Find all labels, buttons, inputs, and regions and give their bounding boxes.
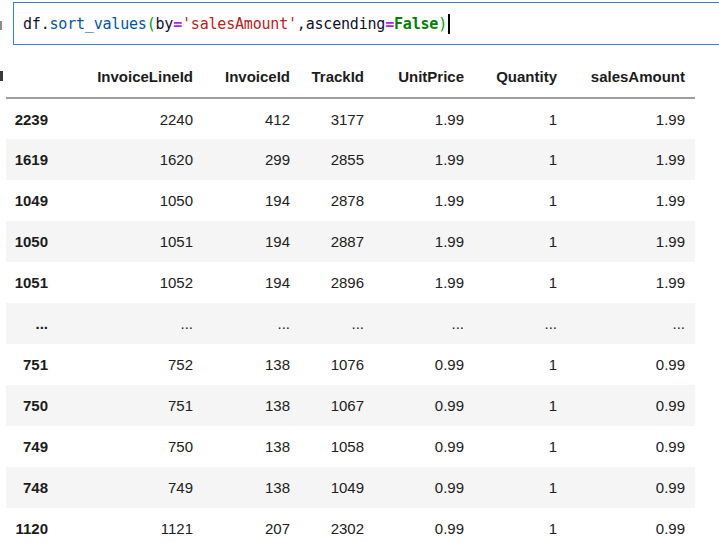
table-cell: 1052 [58, 262, 203, 303]
table-cell: 1620 [58, 139, 203, 180]
table-cell: 1.99 [374, 262, 474, 303]
row-index: ... [6, 303, 58, 344]
table-cell: 2302 [300, 508, 374, 542]
table-cell: 1.99 [374, 221, 474, 262]
table-cell: ... [374, 303, 474, 344]
table-cell: 1051 [58, 221, 203, 262]
table-cell: 1 [474, 139, 567, 180]
table-cell: 1 [474, 180, 567, 221]
code-cell-editor[interactable]: df.sort_values(by='salesAmount',ascendin… [13, 2, 719, 45]
table-cell: 1 [474, 262, 567, 303]
table-cell: 0.99 [567, 385, 695, 426]
table-row: ..................... [6, 303, 695, 344]
table-cell: 2896 [300, 262, 374, 303]
table-cell: 1049 [300, 467, 374, 508]
table-cell: ... [203, 303, 300, 344]
index-column-header [6, 60, 58, 98]
table-cell: 1 [474, 508, 567, 542]
table-cell: 412 [203, 98, 300, 139]
table-cell: 1076 [300, 344, 374, 385]
table-cell: 2887 [300, 221, 374, 262]
code-token-operator: = [385, 15, 394, 33]
code-token-keyword: False [394, 15, 438, 33]
table-cell: 0.99 [374, 385, 474, 426]
clipped-output-prompt-fragment [0, 71, 3, 81]
row-index: 751 [6, 344, 58, 385]
code-token-variable: df [23, 15, 41, 33]
table-cell: 0.99 [374, 426, 474, 467]
table-cell: 1050 [58, 180, 203, 221]
table-cell: 1 [474, 98, 567, 139]
row-index: 1120 [6, 508, 58, 542]
table-cell: 194 [203, 262, 300, 303]
table-cell: 2878 [300, 180, 374, 221]
table-cell: 0.99 [567, 426, 695, 467]
clipped-input-prompt-fragment [0, 21, 2, 30]
column-header: salesAmount [567, 60, 695, 98]
table-cell: 2855 [300, 139, 374, 180]
table-cell: 299 [203, 139, 300, 180]
table-cell: 3177 [300, 98, 374, 139]
table-cell: ... [58, 303, 203, 344]
column-header: InvoiceId [203, 60, 300, 98]
row-index: 1619 [6, 139, 58, 180]
table-row: 74975013810580.9910.99 [6, 426, 695, 467]
table-cell: 1.99 [567, 98, 695, 139]
table-cell: 194 [203, 180, 300, 221]
table-cell: 750 [58, 426, 203, 467]
row-index: 1051 [6, 262, 58, 303]
text-cursor [448, 14, 450, 34]
row-index: 2239 [6, 98, 58, 139]
table-cell: 138 [203, 344, 300, 385]
dataframe-table: InvoiceLineIdInvoiceIdTrackIdUnitPriceQu… [6, 60, 695, 542]
table-cell: 0.99 [567, 508, 695, 542]
table-cell: ... [474, 303, 567, 344]
table-row: 2239224041231771.9911.99 [6, 98, 695, 139]
table-cell: 1067 [300, 385, 374, 426]
table-row: 1049105019428781.9911.99 [6, 180, 695, 221]
table-cell: 207 [203, 508, 300, 542]
table-cell: 1058 [300, 426, 374, 467]
table-cell: 138 [203, 385, 300, 426]
table-row: 1050105119428871.9911.99 [6, 221, 695, 262]
table-cell: 0.99 [374, 344, 474, 385]
code-token-variable: by [156, 15, 174, 33]
table-cell: 751 [58, 385, 203, 426]
table-row: 75075113810670.9910.99 [6, 385, 695, 426]
column-header: UnitPrice [374, 60, 474, 98]
row-index: 750 [6, 385, 58, 426]
table-cell: 0.99 [567, 344, 695, 385]
code-token-operator: = [173, 15, 182, 33]
row-index: 748 [6, 467, 58, 508]
table-cell: 1.99 [567, 139, 695, 180]
table-cell: 1 [474, 221, 567, 262]
code-token-punct: . [41, 15, 50, 33]
table-cell: 138 [203, 467, 300, 508]
column-header: Quantity [474, 60, 567, 98]
table-cell: 194 [203, 221, 300, 262]
table-row: 74874913810490.9910.99 [6, 467, 695, 508]
dataframe-output: InvoiceLineIdInvoiceIdTrackIdUnitPriceQu… [6, 60, 695, 542]
table-cell: 1.99 [374, 139, 474, 180]
code-token-bracket-match: ( [147, 15, 156, 33]
row-index: 1050 [6, 221, 58, 262]
table-row: 1619162029928551.9911.99 [6, 139, 695, 180]
table-cell: 0.99 [374, 508, 474, 542]
column-header: InvoiceLineId [58, 60, 203, 98]
table-cell: 1.99 [567, 180, 695, 221]
table-cell: 1 [474, 344, 567, 385]
row-index: 1049 [6, 180, 58, 221]
table-cell: ... [567, 303, 695, 344]
table-cell: 1.99 [374, 180, 474, 221]
code-token-variable: ascending [306, 15, 385, 33]
table-cell: 1.99 [374, 98, 474, 139]
dataframe-header-row: InvoiceLineIdInvoiceIdTrackIdUnitPriceQu… [6, 60, 695, 98]
column-header: TrackId [300, 60, 374, 98]
table-cell: 1121 [58, 508, 203, 542]
code-token-bracket-match: ) [438, 15, 447, 33]
table-cell: 1 [474, 426, 567, 467]
code-token-property: sort_values [50, 15, 147, 33]
table-cell: 749 [58, 467, 203, 508]
table-cell: 1 [474, 385, 567, 426]
table-row: 75175213810760.9910.99 [6, 344, 695, 385]
